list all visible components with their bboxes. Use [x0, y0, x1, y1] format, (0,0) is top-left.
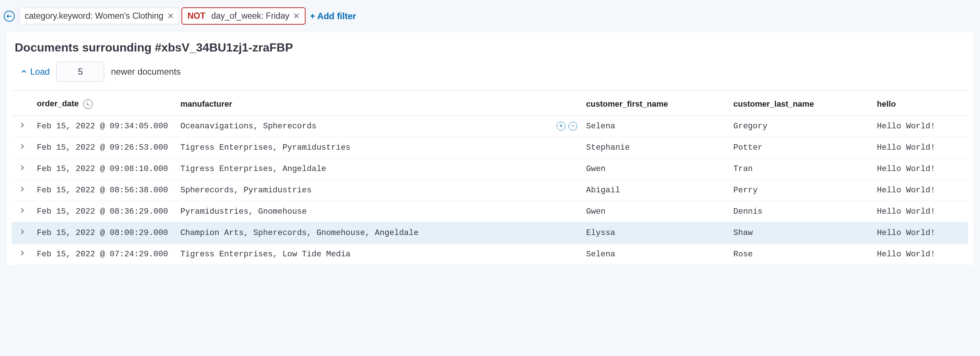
documents-table: order_date manufacturer customer_first_n… — [12, 90, 968, 265]
cell-manufacturer: Spherecords, Pyramidustries — [176, 180, 582, 201]
cell-manufacturer: Tigress Enterprises, Angeldale — [176, 158, 582, 180]
col-order-date-label: order_date — [37, 99, 79, 108]
cell-customer-last-name: Dennis — [729, 201, 872, 223]
col-manufacturer[interactable]: manufacturer — [176, 91, 582, 116]
chevron-right-icon — [19, 250, 25, 256]
cell-order-date: Feb 15, 2022 @ 07:24:29.000 — [32, 244, 176, 265]
expand-cell[interactable] — [12, 201, 32, 223]
load-label: Load — [30, 66, 50, 77]
cell-customer-first-name: Selena — [582, 116, 729, 137]
load-count-input[interactable] — [56, 62, 104, 82]
cell-customer-last-name: Potter — [729, 137, 872, 158]
load-newer-row: Load newer documents — [21, 62, 968, 82]
table-row: Feb 15, 2022 @ 08:36:29.000Pyramidustrie… — [12, 201, 968, 223]
cell-hello: Hello World! — [872, 137, 968, 158]
table-header-row: order_date manufacturer customer_first_n… — [12, 91, 968, 116]
col-customer-last-name[interactable]: customer_last_name — [729, 91, 872, 116]
table-row: Feb 15, 2022 @ 09:08:10.000Tigress Enter… — [12, 158, 968, 180]
page-title: Documents surrounding #xbsV_34BU1zj1-zra… — [15, 41, 968, 54]
cell-customer-last-name: Tran — [729, 158, 872, 180]
collapse-filters-icon[interactable] — [4, 11, 15, 22]
chevron-right-icon — [19, 186, 25, 192]
chevron-right-icon — [19, 207, 25, 214]
expand-cell[interactable] — [12, 244, 32, 265]
chevron-right-icon — [19, 228, 25, 235]
cell-manufacturer: Pyramidustries, Gnomehouse — [176, 201, 582, 223]
cell-manufacturer: Champion Arts, Spherecords, Gnomehouse, … — [176, 223, 582, 244]
filter-bar: category.keyword: Women's Clothing✕ NOTd… — [0, 0, 980, 32]
cell-order-date: Feb 15, 2022 @ 08:56:38.000 — [32, 180, 176, 201]
close-icon[interactable]: ✕ — [167, 12, 174, 20]
cell-hello: Hello World! — [872, 116, 968, 137]
cell-customer-last-name: Perry — [729, 180, 872, 201]
col-hello[interactable]: hello — [872, 91, 968, 116]
cell-customer-first-name: Stephanie — [582, 137, 729, 158]
close-icon[interactable]: ✕ — [293, 12, 300, 20]
expand-cell[interactable] — [12, 180, 32, 201]
filter-pill[interactable]: category.keyword: Women's Clothing✕ — [19, 8, 179, 24]
cell-hello: Hello World! — [872, 244, 968, 265]
col-order-date[interactable]: order_date — [32, 91, 176, 116]
chevron-right-icon — [19, 143, 25, 150]
cell-hello: Hello World! — [872, 201, 968, 223]
add-filter-button[interactable]: + Add filter — [310, 11, 356, 21]
table-row: Feb 15, 2022 @ 08:56:38.000Spherecords, … — [12, 180, 968, 201]
filter-not-label: NOT — [188, 11, 205, 21]
load-newer-button[interactable]: Load — [21, 66, 50, 77]
filter-text: category.keyword: Women's Clothing — [25, 11, 164, 21]
clock-icon — [83, 99, 93, 109]
cell-customer-first-name: Abigail — [582, 180, 729, 201]
cell-manufacturer: Oceanavigations, Spherecords+− — [176, 116, 582, 137]
cell-order-date: Feb 15, 2022 @ 08:00:29.000 — [32, 223, 176, 244]
newer-documents-label: newer documents — [111, 66, 180, 77]
chevron-right-icon — [19, 165, 25, 171]
cell-manufacturer: Tigress Enterprises, Pyramidustries — [176, 137, 582, 158]
chevron-right-icon — [19, 122, 25, 128]
expand-cell[interactable] — [12, 223, 32, 244]
cell-order-date: Feb 15, 2022 @ 09:26:53.000 — [32, 137, 176, 158]
cell-order-date: Feb 15, 2022 @ 09:08:10.000 — [32, 158, 176, 180]
filter-out-value-icon[interactable]: − — [568, 122, 577, 131]
cell-hello: Hello World! — [872, 180, 968, 201]
filter-pill[interactable]: NOTday_of_week: Friday✕ — [181, 7, 305, 25]
table-row: Feb 15, 2022 @ 09:34:05.000Oceanavigatio… — [12, 116, 968, 137]
cell-order-date: Feb 15, 2022 @ 09:34:05.000 — [32, 116, 176, 137]
cell-hello: Hello World! — [872, 223, 968, 244]
cell-customer-last-name: Gregory — [729, 116, 872, 137]
cell-customer-last-name: Rose — [729, 244, 872, 265]
cell-order-date: Feb 15, 2022 @ 08:36:29.000 — [32, 201, 176, 223]
filter-for-value-icon[interactable]: + — [557, 122, 565, 131]
cell-hover-actions: +− — [557, 122, 577, 131]
expand-cell[interactable] — [12, 158, 32, 180]
cell-customer-first-name: Elyssa — [582, 223, 729, 244]
expand-cell[interactable] — [12, 116, 32, 137]
cell-customer-first-name: Gwen — [582, 201, 729, 223]
cell-customer-last-name: Shaw — [729, 223, 872, 244]
table-row: Feb 15, 2022 @ 08:00:29.000Champion Arts… — [12, 223, 968, 244]
filter-text: day_of_week: Friday — [211, 11, 290, 21]
cell-manufacturer: Tigress Enterprises, Low Tide Media — [176, 244, 582, 265]
expand-cell[interactable] — [12, 137, 32, 158]
table-row: Feb 15, 2022 @ 07:24:29.000Tigress Enter… — [12, 244, 968, 265]
col-expand — [12, 91, 32, 116]
cell-customer-first-name: Gwen — [582, 158, 729, 180]
table-row: Feb 15, 2022 @ 09:26:53.000Tigress Enter… — [12, 137, 968, 158]
col-customer-first-name[interactable]: customer_first_name — [582, 91, 729, 116]
documents-panel: Documents surrounding #xbsV_34BU1zj1-zra… — [6, 32, 974, 265]
cell-hello: Hello World! — [872, 158, 968, 180]
cell-customer-first-name: Selena — [582, 244, 729, 265]
